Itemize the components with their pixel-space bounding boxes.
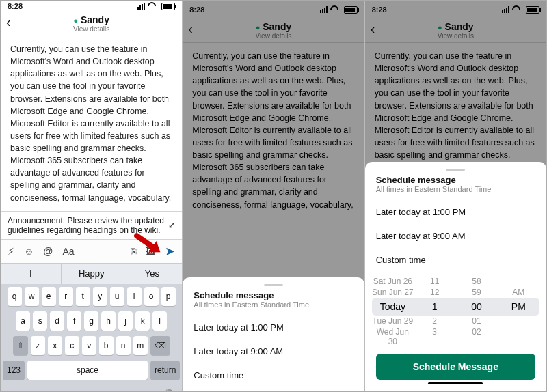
shift-key[interactable]: ⇧ bbox=[13, 336, 28, 355]
wifi-icon bbox=[330, 5, 338, 14]
sheet-grip[interactable] bbox=[446, 169, 465, 171]
back-icon[interactable]: ‹ bbox=[6, 14, 11, 30]
key-s[interactable]: s bbox=[33, 311, 47, 331]
key-p[interactable]: p bbox=[161, 287, 176, 306]
battery-icon bbox=[161, 3, 175, 10]
wifi-icon bbox=[512, 5, 520, 14]
view-details-link[interactable]: View details bbox=[255, 32, 291, 40]
schedule-option-2[interactable]: Later today at 9:00 AM bbox=[194, 339, 353, 363]
compose-field[interactable]: Announcement: Please review the updated … bbox=[1, 211, 182, 239]
schedule-custom-time[interactable]: Custom time bbox=[376, 248, 535, 272]
lightning-icon[interactable]: ⚡︎ bbox=[8, 246, 14, 257]
schedule-option-2[interactable]: Later today at 9:00 AM bbox=[376, 224, 535, 248]
datetime-picker[interactable]: Sat Jun 261158 Sun Jun 271259AM Today100… bbox=[372, 276, 539, 347]
key-g[interactable]: g bbox=[84, 311, 98, 331]
key-t[interactable]: t bbox=[76, 287, 90, 306]
message-content: Currently, you can use the feature in Mi… bbox=[183, 43, 364, 218]
key-k[interactable]: k bbox=[135, 311, 150, 331]
key-v[interactable]: v bbox=[82, 336, 96, 355]
key-h[interactable]: h bbox=[101, 311, 116, 331]
chat-title: ● Sandy bbox=[73, 14, 109, 25]
chat-header: ‹ ● Sandy View details bbox=[1, 12, 182, 36]
schedule-title: Schedule message bbox=[376, 175, 535, 185]
emoji-keyboard-icon[interactable]: ☺ bbox=[10, 389, 21, 391]
back-icon[interactable]: ‹ bbox=[188, 21, 193, 37]
key-a[interactable]: a bbox=[16, 311, 30, 331]
mic-icon[interactable]: 🎤 bbox=[159, 388, 172, 391]
presence-dot-icon: ● bbox=[256, 23, 261, 31]
home-indicator[interactable] bbox=[428, 382, 483, 384]
key-j[interactable]: j bbox=[118, 311, 133, 331]
chat-title: ● Sandy bbox=[256, 21, 292, 32]
send-button[interactable]: ➤ bbox=[165, 244, 175, 259]
chat-title: ● Sandy bbox=[438, 21, 474, 32]
key-q[interactable]: q bbox=[8, 287, 22, 306]
schedule-timezone: All times in Eastern Standard Time bbox=[194, 300, 353, 309]
sheet-grip[interactable] bbox=[264, 284, 283, 286]
compose-text: Announcement: Please review the updated … bbox=[8, 216, 164, 235]
suggestion-2[interactable]: Happy bbox=[62, 264, 122, 284]
status-time: 8:28 bbox=[372, 5, 387, 14]
schedule-custom-time[interactable]: Custom time bbox=[194, 363, 353, 387]
key-f[interactable]: f bbox=[67, 311, 81, 331]
numbers-key[interactable]: 123 bbox=[3, 361, 25, 380]
message-content: Currently, you can use the feature in Mi… bbox=[1, 36, 182, 211]
keyboard: q w e r t y u i o p a s d f g h j k l ⇧ … bbox=[1, 284, 182, 391]
key-n[interactable]: n bbox=[116, 336, 131, 355]
battery-icon bbox=[344, 6, 358, 14]
status-bar: 8:28 bbox=[183, 1, 364, 18]
key-u[interactable]: u bbox=[110, 287, 124, 306]
signal-icon bbox=[137, 3, 145, 10]
schedule-timezone: All times in Eastern Standard Time bbox=[376, 185, 535, 193]
expand-icon[interactable]: ⤢ bbox=[168, 221, 175, 230]
status-time: 8:28 bbox=[189, 5, 204, 14]
picker-row: Wed Jun 30302 bbox=[372, 326, 539, 347]
signal-icon bbox=[320, 6, 328, 13]
space-key[interactable]: space bbox=[27, 361, 148, 380]
schedule-message-button[interactable]: Schedule Message bbox=[376, 354, 535, 380]
schedule-option-1[interactable]: Later today at 1:00 PM bbox=[376, 200, 535, 224]
key-c[interactable]: c bbox=[65, 336, 79, 355]
suggestion-1[interactable]: I bbox=[1, 264, 62, 284]
format-icon[interactable]: Aa bbox=[63, 246, 75, 257]
signal-icon bbox=[502, 6, 509, 13]
picker-row-selected: Today100PM bbox=[372, 298, 539, 316]
wifi-icon bbox=[148, 2, 156, 10]
key-o[interactable]: o bbox=[144, 287, 159, 306]
key-r[interactable]: r bbox=[59, 287, 73, 306]
status-time: 8:28 bbox=[8, 2, 23, 10]
key-x[interactable]: x bbox=[48, 336, 62, 355]
delete-key[interactable]: ⌫ bbox=[150, 336, 170, 355]
key-l[interactable]: l bbox=[152, 311, 167, 331]
schedule-sheet: Schedule message All times in Eastern St… bbox=[183, 277, 364, 391]
key-b[interactable]: b bbox=[99, 336, 114, 355]
key-m[interactable]: m bbox=[133, 336, 148, 355]
key-d[interactable]: d bbox=[50, 311, 64, 331]
schedule-sheet-custom: Schedule message All times in Eastern St… bbox=[365, 162, 546, 391]
back-icon[interactable]: ‹ bbox=[371, 21, 375, 37]
key-e[interactable]: e bbox=[42, 287, 56, 306]
suggestion-3[interactable]: Yes bbox=[122, 264, 183, 284]
presence-dot-icon: ● bbox=[438, 23, 442, 31]
key-w[interactable]: w bbox=[25, 287, 39, 306]
view-details-link[interactable]: View details bbox=[438, 32, 474, 40]
mention-icon[interactable]: @ bbox=[43, 246, 53, 257]
battery-icon bbox=[526, 6, 539, 14]
picker-row: Sun Jun 271259AM bbox=[372, 287, 539, 298]
key-i[interactable]: i bbox=[127, 287, 142, 306]
key-z[interactable]: z bbox=[31, 336, 45, 355]
chat-header: ‹ ● Sandy View details bbox=[183, 18, 364, 43]
presence-dot-icon: ● bbox=[73, 16, 78, 25]
chat-header: ‹ ● Sandy View details bbox=[365, 18, 546, 43]
picker-row: Sat Jun 261158 bbox=[372, 276, 539, 287]
return-key[interactable]: return bbox=[150, 361, 180, 380]
emoji-icon[interactable]: ☺ bbox=[24, 246, 34, 257]
keyboard-bottom: ☺ 🎤 bbox=[1, 382, 182, 391]
schedule-option-1[interactable]: Later today at 1:00 PM bbox=[194, 316, 353, 339]
schedule-title: Schedule message bbox=[194, 290, 353, 300]
view-details-link[interactable]: View details bbox=[73, 25, 109, 33]
status-bar: 8:28 bbox=[365, 1, 546, 18]
keyboard-suggestions: I Happy Yes bbox=[1, 263, 182, 284]
key-y[interactable]: y bbox=[93, 287, 107, 306]
attach-file-icon[interactable]: ⎘ bbox=[131, 246, 136, 257]
